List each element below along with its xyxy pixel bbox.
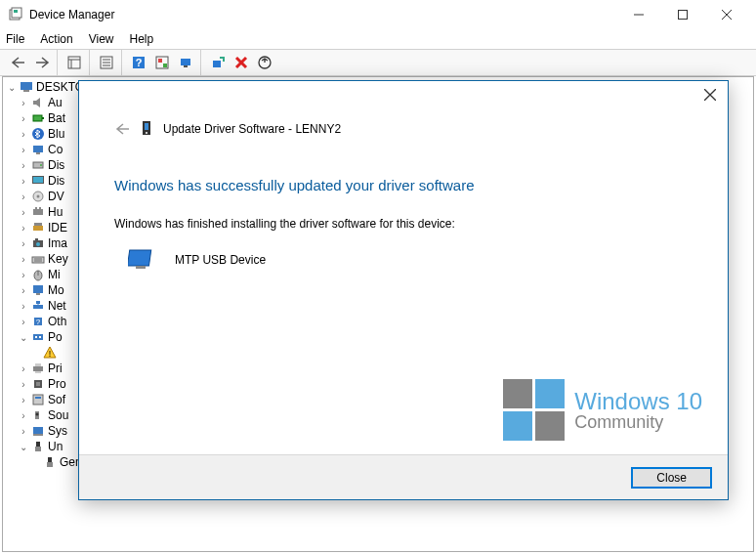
disable-button[interactable] (254, 52, 275, 73)
tree-item-label: Mi (48, 268, 61, 281)
tree-item-label: Po (48, 330, 63, 344)
expand-icon[interactable]: › (17, 238, 30, 249)
expand-icon[interactable]: › (17, 113, 30, 124)
menu-file[interactable]: File (6, 32, 24, 46)
svg-rect-73 (36, 442, 40, 447)
dialog-heading: Windows has successfully updated your dr… (114, 177, 693, 193)
expand-icon[interactable]: › (17, 176, 30, 187)
audio-icon (30, 95, 46, 110)
expand-icon[interactable]: › (17, 223, 30, 234)
svg-point-44 (36, 242, 40, 246)
svg-rect-20 (184, 65, 188, 67)
svg-rect-53 (33, 305, 43, 309)
expand-icon[interactable]: › (17, 192, 30, 202)
close-button[interactable] (704, 0, 748, 29)
expand-icon[interactable]: › (17, 379, 30, 390)
watermark-line1: Windows 10 (574, 390, 702, 413)
expand-icon[interactable]: › (17, 254, 30, 265)
tree-item-label: Co (48, 143, 63, 156)
svg-rect-62 (33, 366, 43, 371)
tree-item-label: Blu (48, 127, 64, 141)
properties-button[interactable] (96, 52, 117, 73)
warning-icon: ! (42, 345, 58, 361)
expand-icon[interactable]: › (17, 363, 30, 374)
svg-text:?: ? (136, 57, 143, 68)
collapse-icon[interactable]: ⌄ (17, 332, 30, 343)
software-icon (30, 392, 46, 407)
svg-rect-68 (35, 397, 41, 399)
svg-rect-67 (33, 395, 43, 405)
close-button[interactable]: Close (631, 467, 712, 489)
processor-icon (30, 376, 46, 392)
tb-icon-2[interactable] (151, 52, 173, 73)
expand-icon[interactable]: › (17, 317, 30, 327)
svg-rect-38 (33, 209, 43, 215)
monitor-icon (30, 282, 46, 298)
back-button[interactable] (8, 52, 29, 73)
tree-item-label: IDE (48, 221, 67, 234)
battery-icon (30, 110, 46, 126)
svg-rect-60 (39, 336, 41, 338)
expand-icon[interactable]: › (17, 301, 30, 312)
tree-item-label: Pri (48, 362, 63, 375)
expand-icon[interactable]: › (17, 426, 30, 437)
show-hide-tree-button[interactable] (63, 52, 85, 73)
svg-rect-7 (68, 57, 80, 68)
expand-icon[interactable]: › (17, 270, 30, 280)
svg-rect-41 (33, 226, 43, 231)
svg-rect-26 (23, 90, 29, 92)
dialog-body-text: Windows has finished installing the driv… (114, 217, 693, 231)
svg-point-37 (37, 195, 40, 198)
svg-rect-4 (678, 11, 687, 20)
svg-rect-19 (181, 59, 190, 65)
svg-point-81 (146, 132, 147, 134)
expand-icon[interactable]: › (17, 145, 30, 155)
menu-help[interactable]: Help (130, 32, 154, 46)
tree-item-label: DV (48, 190, 64, 203)
help-button[interactable]: ? (128, 52, 149, 73)
expand-icon[interactable]: › (17, 98, 30, 108)
svg-rect-72 (33, 434, 43, 436)
back-arrow-icon[interactable] (114, 122, 130, 136)
forward-button[interactable] (31, 52, 53, 73)
app-icon (8, 7, 23, 22)
minimize-button[interactable] (616, 0, 660, 29)
expand-icon[interactable]: › (17, 285, 30, 296)
tree-item-label: Au (48, 96, 63, 109)
menu-view[interactable]: View (89, 32, 114, 46)
svg-rect-75 (48, 457, 52, 462)
svg-text:?: ? (36, 318, 41, 326)
svg-rect-80 (145, 123, 148, 130)
scan-hardware-button[interactable] (207, 52, 229, 73)
expand-icon[interactable]: › (17, 207, 30, 218)
svg-point-29 (32, 128, 44, 140)
svg-rect-42 (34, 223, 42, 226)
expand-icon[interactable]: › (17, 129, 30, 140)
network-icon (30, 298, 46, 314)
update-driver-button[interactable] (175, 52, 196, 73)
tree-item-label: Net (48, 299, 66, 313)
collapse-icon[interactable]: ⌄ (17, 442, 30, 452)
expand-icon[interactable]: › (17, 395, 30, 405)
svg-rect-76 (47, 462, 53, 467)
collapse-icon[interactable]: ⌄ (5, 82, 19, 93)
window-controls (616, 0, 748, 29)
device-name: MTP USB Device (175, 253, 266, 267)
expand-icon[interactable]: › (17, 410, 30, 421)
computer-icon (19, 79, 34, 95)
maximize-button[interactable] (660, 0, 704, 29)
svg-rect-54 (36, 301, 40, 304)
uninstall-button[interactable] (231, 52, 252, 73)
expand-icon[interactable]: › (17, 160, 30, 171)
svg-rect-74 (35, 447, 41, 451)
svg-rect-40 (39, 207, 41, 209)
svg-rect-30 (33, 146, 43, 152)
svg-rect-21 (213, 61, 221, 67)
svg-rect-58 (33, 334, 43, 340)
ide-icon (30, 220, 46, 235)
menu-action[interactable]: Action (40, 32, 72, 46)
tree-item-label: Dis (48, 158, 64, 172)
dialog-header: Update Driver Software - LENNY2 (114, 120, 693, 138)
toolbar: ? (0, 49, 756, 76)
dvd-icon (30, 189, 46, 204)
